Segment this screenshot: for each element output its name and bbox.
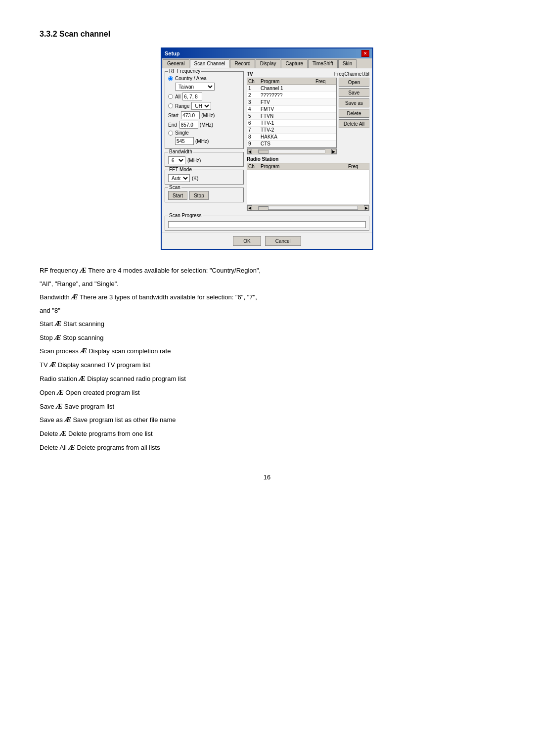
tv-label: TV: [247, 71, 253, 77]
table-row[interactable]: 5FTVN: [247, 113, 336, 120]
table-row[interactable]: 6TTV-1: [247, 120, 336, 127]
desc-save-as: Save as Æ Save program list as other fil…: [40, 414, 494, 426]
freq-file-label: FreqChannel.tbl: [253, 71, 369, 77]
tab-skin[interactable]: Skin: [338, 59, 356, 68]
arrow-stop: Æ: [54, 334, 61, 341]
range-select[interactable]: UHF: [191, 102, 211, 110]
table-row[interactable]: 7TTV-2: [247, 127, 336, 134]
arrow-scan-process: Æ: [80, 347, 87, 355]
desc-rf-modes: "All", "Range", and "Single".: [40, 279, 494, 289]
action-buttons: Open Save Save as Delete Delete All: [339, 78, 369, 154]
save-button[interactable]: Save: [339, 88, 369, 97]
scroll-thumb[interactable]: [259, 150, 268, 154]
arrow-radio: Æ: [79, 375, 86, 382]
desc-save: Save Æ Save program list: [40, 401, 494, 413]
scroll-right-arrow[interactable]: ▶: [331, 149, 336, 154]
tv-block: TV FreqChannel.tbl Ch Program Freq: [247, 71, 369, 154]
arrow-delete: Æ: [60, 430, 66, 437]
desc-bandwidth-cont: and "8": [40, 305, 494, 316]
header-freq: Freq: [315, 79, 335, 84]
open-button[interactable]: Open: [339, 78, 369, 87]
left-panel: RF Frequency Country / Area Taiwan: [165, 71, 244, 211]
single-freq-row: (MHz): [175, 137, 240, 145]
fft-mode-label: FFT Mode: [168, 167, 193, 172]
radio-country-label: Country / Area: [175, 76, 207, 81]
fft-mode-select[interactable]: Auto: [168, 174, 190, 182]
end-label: End: [168, 122, 177, 128]
desc-delete-all: Delete All Æ Delete programs from all li…: [40, 442, 494, 454]
radio-single-row: Single: [168, 130, 240, 136]
delete-button[interactable]: Delete: [339, 109, 369, 118]
tab-general[interactable]: General: [163, 59, 189, 68]
save-as-button[interactable]: Save as: [339, 98, 369, 107]
table-row[interactable]: 4FMTV: [247, 106, 336, 113]
radio-scroll-thumb[interactable]: [259, 206, 268, 210]
cancel-button[interactable]: Cancel: [265, 236, 301, 246]
start-label: Start: [168, 113, 178, 118]
tv-channel-table: Ch Program Freq 1Channel 1 2???????? 3FT…: [247, 78, 337, 148]
table-row[interactable]: 8HAKKA: [247, 134, 336, 141]
radio-station-table: Ch Program Freq: [247, 163, 369, 204]
desc-open: Open Æ Open created program list: [40, 387, 494, 399]
desc-rf-frequency: RF frequency Æ There are 4 modes availab…: [40, 265, 494, 277]
desc-start: Start Æ Start scanning: [40, 318, 494, 330]
radio-scrollbar-h[interactable]: ◀ ▶: [247, 205, 369, 211]
dialog-content: RF Frequency Country / Area Taiwan: [162, 68, 372, 214]
tv-section-wrapper: Ch Program Freq 1Channel 1 2???????? 3FT…: [247, 78, 369, 154]
scroll-left-arrow[interactable]: ◀: [247, 149, 252, 154]
single-unit: (MHz): [195, 139, 209, 144]
start-freq-input[interactable]: [181, 111, 200, 119]
arrow-tv: Æ: [49, 361, 56, 369]
radio-all[interactable]: [168, 94, 173, 99]
radio-scroll-right[interactable]: ▶: [364, 205, 369, 210]
tab-record[interactable]: Record: [230, 59, 255, 68]
table-row[interactable]: 9CTS: [247, 141, 336, 147]
radio-range-label: Range: [175, 103, 189, 109]
tab-display[interactable]: Display: [256, 59, 281, 68]
delete-all-button[interactable]: Delete All: [339, 119, 369, 128]
header-ch: Ch: [248, 79, 261, 84]
tab-timeshift[interactable]: TimeShift: [308, 59, 338, 68]
radio-header-freq: Freq: [348, 164, 368, 169]
section-title: 3.3.2 Scan channel: [40, 30, 494, 39]
page-number: 16: [40, 473, 494, 481]
tab-scan-channel[interactable]: Scan Channel: [190, 59, 230, 68]
scan-group: Scan Start Stop: [165, 188, 244, 202]
bandwidth-label: Bandwidth: [168, 149, 193, 154]
bandwidth-select[interactable]: 6 7 8: [168, 156, 185, 164]
radio-single[interactable]: [168, 131, 173, 136]
scroll-track[interactable]: [258, 149, 325, 153]
table-row[interactable]: 2????????: [247, 92, 336, 99]
radio-country[interactable]: [168, 76, 173, 81]
end-freq-input[interactable]: [179, 121, 198, 129]
single-freq-input[interactable]: [175, 137, 194, 145]
all-range-input[interactable]: [182, 93, 202, 100]
rf-frequency-label: RF Frequency: [168, 68, 201, 74]
desc-scan-process: Scan process Æ Display scan completion r…: [40, 345, 494, 357]
ok-button[interactable]: OK: [233, 236, 261, 246]
scan-inner: Start Stop: [168, 191, 240, 200]
country-select[interactable]: Taiwan: [175, 83, 215, 91]
radio-range[interactable]: [168, 103, 173, 108]
desc-delete: Delete Æ Delete programs from one list: [40, 428, 494, 440]
radio-scroll-track[interactable]: [258, 206, 358, 210]
radio-all-label: All: [175, 94, 180, 99]
desc-stop: Stop Æ Stop scanning: [40, 332, 494, 344]
right-panel: TV FreqChannel.tbl Ch Program Freq: [247, 71, 369, 211]
arrow-rf: Æ: [80, 267, 87, 274]
fft-mode-group: FFT Mode Auto (K): [165, 170, 244, 185]
tv-scrollbar-h[interactable]: ◀ ▶: [247, 148, 337, 154]
scan-start-button[interactable]: Start: [168, 191, 187, 200]
table-row[interactable]: 3FTV: [247, 99, 336, 106]
dialog-close-button[interactable]: ✕: [361, 50, 369, 57]
table-row[interactable]: 1Channel 1: [247, 85, 336, 92]
radio-table-header: Ch Program Freq: [247, 163, 369, 170]
scan-stop-button[interactable]: Stop: [189, 191, 209, 200]
radio-header-ch: Ch: [248, 164, 261, 169]
arrow-save: Æ: [56, 403, 62, 410]
radio-scroll-left[interactable]: ◀: [247, 205, 252, 210]
tv-header-row: TV FreqChannel.tbl: [247, 71, 369, 77]
tab-capture[interactable]: Capture: [281, 59, 308, 68]
dialog-titlebar: Setup ✕: [162, 48, 372, 58]
header-prog: Program: [261, 79, 315, 84]
